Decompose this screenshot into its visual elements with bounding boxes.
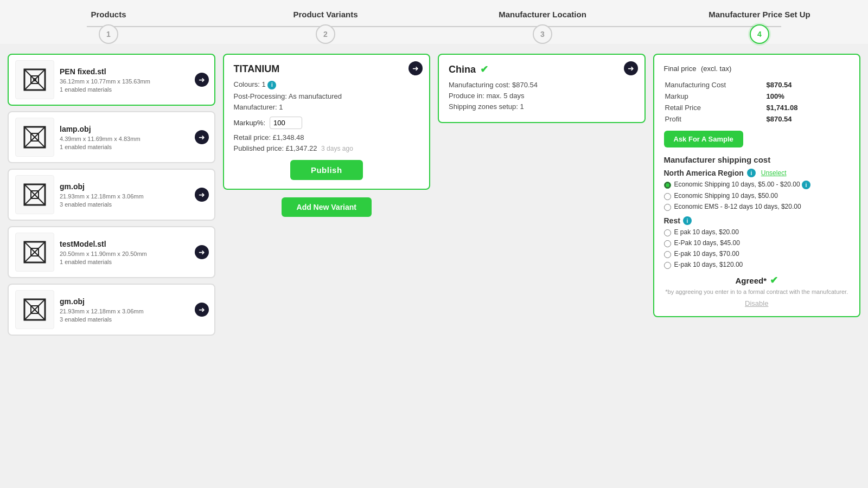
location-arrow-btn[interactable]: ➜ [624, 61, 638, 75]
product-thumb-4 [15, 290, 54, 329]
stepper-item-price[interactable]: Manufacturer Price Set Up 4 [651, 10, 868, 44]
stepper-label-variants: Product Variants [293, 10, 358, 19]
location-produce-label: Produce in: [449, 92, 486, 100]
product-card-2[interactable]: gm.obj 21.93mm x 12.18mm x 3.06mm 3 enab… [8, 169, 215, 221]
rest-radio-2[interactable] [664, 251, 671, 258]
add-variant-button[interactable]: Add New Variant [282, 197, 372, 217]
north-america-label: North America Region [664, 169, 744, 177]
product-dims-0: 36.12mm x 10.77mm x 135.63mm [60, 78, 208, 85]
stepper-item-variants[interactable]: Product Variants 2 [217, 10, 434, 44]
variant-markup-row: Markup%: [234, 117, 420, 129]
product-materials-3: 1 enabled materials [60, 259, 208, 265]
na-radio-1[interactable] [664, 193, 671, 200]
variant-markup-input[interactable] [270, 117, 302, 129]
product-name-3: testModel.stl [60, 240, 208, 248]
variant-colours-row: Colours: 1 i [234, 80, 420, 89]
price-markup-value: 100% [767, 91, 848, 101]
variant-published-value: £1,347.22 [286, 144, 317, 152]
na-option-label-0: Economic Shipping 10 days, $5.00 - $20.0… [674, 181, 811, 189]
na-shipping-option-1[interactable]: Economic Shipping 10 days, $50.00 [664, 192, 850, 200]
disable-link[interactable]: Disable [664, 299, 850, 307]
na-radio-0[interactable] [664, 182, 671, 189]
rest-shipping-option-2[interactable]: E-pak 10 days, $70.00 [664, 250, 850, 258]
variant-arrow-btn[interactable]: ➜ [409, 61, 423, 75]
variant-title: TITANIUM [234, 63, 420, 75]
product-name-1: lamp.obj [60, 125, 208, 133]
rest-label: Rest [664, 216, 680, 225]
price-row-profit: Profit $870.54 [665, 114, 849, 124]
price-title-suffix: (excl. tax) [701, 65, 731, 73]
rest-shipping-options: E pak 10 days, $20.00 E-Pak 10 days, $45… [664, 228, 850, 269]
location-mfg-cost: Manufacturing cost: $870.54 [449, 81, 635, 89]
stepper-circle-4: 4 [750, 24, 769, 44]
ask-sample-button[interactable]: Ask For A Sample [664, 131, 743, 147]
stepper-circle-3: 3 [533, 24, 552, 44]
agreed-note: *by aggreeing you enter in to a formal c… [664, 288, 850, 295]
variant-colours-label: Colours: [234, 80, 262, 88]
product-name-4: gm.obj [60, 297, 208, 306]
product-dims-3: 20.50mm x 11.90mm x 20.50mm [60, 251, 208, 257]
product-info-1: lamp.obj 4.39mm x 11.69mm x 4.83mm 1 ena… [60, 125, 208, 150]
product-arrow-0[interactable]: ➜ [195, 73, 209, 87]
variant-mfg-value: 1 [279, 103, 283, 111]
product-arrow-2[interactable]: ➜ [195, 188, 209, 202]
north-america-info-icon[interactable]: i [747, 169, 756, 177]
variant-mfg-label: Manufacturer: [234, 103, 279, 111]
rest-info-icon[interactable]: i [683, 216, 692, 225]
product-card-3[interactable]: testModel.stl 20.50mm x 11.90mm x 20.50m… [8, 226, 215, 278]
rest-shipping-option-0[interactable]: E pak 10 days, $20.00 [664, 228, 850, 236]
variant-card: ➜ TITANIUM Colours: 1 i Post-Processing:… [223, 54, 431, 190]
product-arrow-4[interactable]: ➜ [195, 303, 209, 317]
rest-option-label-2: E-pak 10 days, $70.00 [674, 250, 739, 258]
na-radio-2[interactable] [664, 204, 671, 211]
unselect-link[interactable]: Unselect [761, 169, 787, 177]
rest-shipping-option-3[interactable]: E-pak 10 days, $120.00 [664, 261, 850, 269]
location-shipping-label: Shipping zones setup: [449, 102, 520, 111]
price-row-retail: Retail Price $1,741.08 [665, 102, 849, 113]
product-arrow-1[interactable]: ➜ [195, 130, 209, 144]
price-title: Final price (excl. tax) [664, 63, 850, 73]
location-mfg-cost-value: $870.54 [512, 81, 538, 89]
location-card: ➜ China ✔ Manufacturing cost: $870.54 Pr… [438, 54, 646, 123]
na-option-info-0[interactable]: i [802, 181, 810, 189]
stepper-item-location[interactable]: Manufacturer Location 3 [434, 10, 651, 44]
rest-option-label-0: E pak 10 days, $20.00 [674, 228, 739, 236]
variant-published-label: Published price: [234, 144, 286, 152]
rest-shipping-option-1[interactable]: E-Pak 10 days, $45.00 [664, 239, 850, 247]
product-card-0[interactable]: PEN fixed.stl 36.12mm x 10.77mm x 135.63… [8, 54, 215, 106]
na-option-label-2: Economic EMS - 8-12 days 10 days, $20.00 [674, 203, 801, 210]
agreed-row: Agreed* ✔ [664, 274, 850, 286]
shipping-title: Manufacturer shipping cost [664, 155, 850, 164]
svg-point-4 [33, 78, 36, 81]
rest-title: Rest i [664, 216, 850, 225]
product-info-0: PEN fixed.stl 36.12mm x 10.77mm x 135.63… [60, 67, 208, 93]
location-produce-value: max. 5 days [486, 92, 524, 100]
location-mfg-cost-label: Manufacturing cost: [449, 81, 512, 89]
variant-published-row: Published price: £1,347.22 3 days ago [234, 144, 420, 152]
rest-radio-1[interactable] [664, 240, 671, 247]
stepper-circle-1: 1 [99, 24, 118, 44]
price-mfg-label: Manufacturing Cost [665, 80, 765, 90]
na-shipping-option-2[interactable]: Economic EMS - 8-12 days 10 days, $20.00 [664, 203, 850, 211]
variant-markup-label: Markup%: [234, 119, 266, 127]
north-america-region-title: North America Region i Unselect [664, 169, 850, 177]
stepper-item-products[interactable]: Products 1 [0, 10, 217, 44]
rest-option-label-3: E-pak 10 days, $120.00 [674, 261, 743, 268]
product-arrow-3[interactable]: ➜ [195, 245, 209, 259]
publish-button[interactable]: Publish [290, 160, 363, 180]
rest-radio-3[interactable] [664, 262, 671, 269]
product-thumb-3 [15, 233, 54, 272]
variant-pp-label: Post-Processing: [234, 92, 289, 100]
product-card-4[interactable]: gm.obj 21.93mm x 12.18mm x 3.06mm 3 enab… [8, 284, 215, 336]
price-title-text: Final price [664, 65, 697, 73]
na-option-label-1: Economic Shipping 10 days, $50.00 [674, 192, 778, 200]
product-dims-1: 4.39mm x 11.69mm x 4.83mm [60, 136, 208, 142]
variant-retail-row: Retail price: £1,348.48 [234, 133, 420, 142]
na-shipping-option-0[interactable]: Economic Shipping 10 days, $5.00 - $20.0… [664, 181, 850, 189]
products-column: PEN fixed.stl 36.12mm x 10.77mm x 135.63… [8, 54, 215, 336]
rest-radio-0[interactable] [664, 229, 671, 236]
colours-info-icon[interactable]: i [267, 81, 276, 89]
product-info-4: gm.obj 21.93mm x 12.18mm x 3.06mm 3 enab… [60, 297, 208, 323]
product-card-1[interactable]: lamp.obj 4.39mm x 11.69mm x 4.83mm 1 ena… [8, 111, 215, 163]
product-thumb-1 [15, 118, 54, 157]
